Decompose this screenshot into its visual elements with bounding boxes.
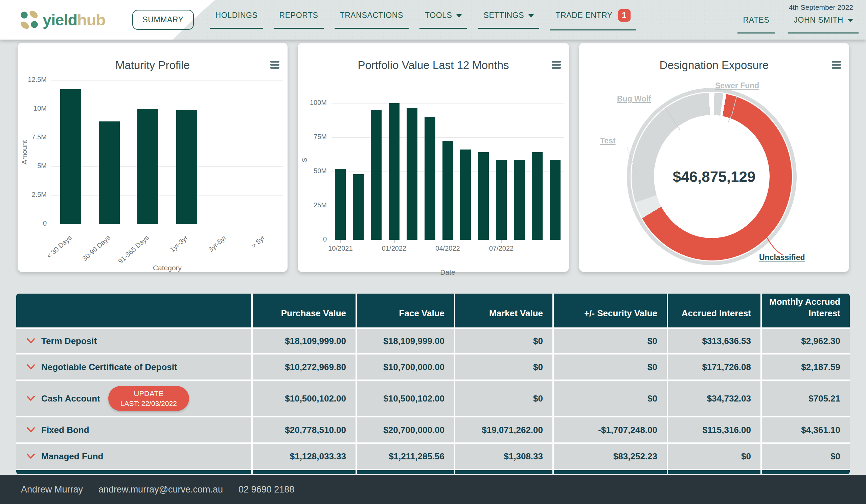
- x-axis-title: Date: [332, 268, 564, 276]
- table-value-cell: $1,128,033.33: [253, 444, 356, 469]
- gridline: [332, 137, 564, 138]
- expand-row-chevron-icon[interactable]: [26, 395, 35, 402]
- plot-top-gridline: [332, 80, 564, 80]
- gridline: [52, 80, 283, 80]
- app-logo[interactable]: yieldhub: [20, 10, 105, 30]
- nav-item-holdings[interactable]: HOLDINGS: [215, 11, 258, 29]
- footer-contact-phone: 02 9690 2188: [238, 484, 294, 495]
- notification-badge: 1: [618, 9, 631, 22]
- table-value-cell: $0: [455, 381, 552, 416]
- nav-item-label: HOLDINGS: [215, 11, 258, 20]
- nav-item-label: JOHN SMITH: [793, 15, 843, 25]
- maturity-profile-card: Maturity Profile 02.5M5M7.5M10M12.5M< 30…: [18, 43, 288, 272]
- y-axis-title: Amount: [20, 140, 29, 164]
- nav-item-rates[interactable]: RATES: [743, 15, 769, 33]
- expand-row-chevron-icon[interactable]: [26, 427, 35, 433]
- x-axis-tick-label: 07/2022: [478, 245, 525, 252]
- table-value-cell: $1,308.33: [455, 444, 552, 469]
- table-value-cell: $115,316.00: [668, 417, 760, 443]
- donut-label-sewer-fund[interactable]: Sewer Fund: [715, 81, 759, 90]
- bar[interactable]: [335, 169, 346, 240]
- chart-context-menu-icon[interactable]: [270, 61, 279, 70]
- nav-item-reports[interactable]: REPORTS: [279, 11, 318, 29]
- gridline: [332, 103, 564, 103]
- nav-item-transactions[interactable]: TRANSACTIONS: [340, 11, 403, 29]
- table-row-label-cell[interactable]: Term Deposit: [16, 329, 251, 353]
- table-value-cell: $1,211,285.56: [357, 444, 454, 469]
- row-label: Fixed Bond: [41, 425, 89, 435]
- table-value-cell: $0: [554, 355, 667, 380]
- y-axis-title: $: [300, 158, 309, 162]
- donut-label-unclassified[interactable]: Unclassified: [759, 253, 805, 262]
- chart-context-menu-icon[interactable]: [832, 61, 841, 70]
- page-footer: Andrew Murray andrew.murray@curve.com.au…: [0, 475, 866, 504]
- chart-context-menu-icon[interactable]: [552, 61, 561, 70]
- table-value-cell: $0: [455, 329, 552, 353]
- bar[interactable]: [460, 149, 471, 240]
- bar[interactable]: [550, 160, 560, 240]
- donut-label-test[interactable]: Test: [600, 136, 616, 145]
- chevron-down-icon: [848, 19, 853, 22]
- chevron-down-icon: [456, 14, 462, 18]
- update-button[interactable]: UPDATELAST: 22/03/2022: [108, 386, 189, 411]
- footer-contact-email[interactable]: andrew.murray@curve.com.au: [98, 484, 223, 495]
- bar[interactable]: [514, 160, 525, 240]
- table-totals-row-cell: [455, 470, 552, 474]
- table-value-cell: $10,500,102.00: [357, 381, 454, 416]
- bar[interactable]: [478, 152, 489, 240]
- nav-item-label: TRANSACTIONS: [340, 11, 403, 20]
- table-header-cell-purchase-value: Purchase Value: [253, 294, 356, 327]
- table-value-cell: $0: [554, 329, 667, 353]
- current-date-label: 4th September 2022: [743, 3, 853, 11]
- table-value-cell: $20,700,000.00: [357, 417, 454, 443]
- bar[interactable]: [176, 110, 197, 224]
- table-row-label-cell[interactable]: Negotiable Certificate of Deposit: [16, 355, 251, 380]
- portfolio-value-card: Portfolio Value Last 12 Months 025M50M75…: [298, 43, 569, 272]
- nav-item-trade-entry[interactable]: TRADE ENTRY1: [555, 9, 630, 31]
- row-label: Managed Fund: [41, 451, 103, 462]
- table-totals-row-cell: [253, 470, 356, 474]
- bar[interactable]: [371, 110, 381, 240]
- table-value-cell: $10,700,000.00: [357, 355, 454, 380]
- table-value-cell: $83,252.23: [554, 444, 667, 469]
- bar[interactable]: [424, 117, 435, 240]
- expand-row-chevron-icon[interactable]: [26, 338, 35, 344]
- update-button-line2: LAST: 22/03/2022: [120, 400, 177, 407]
- logo-text-primary: yield: [43, 11, 77, 29]
- expand-row-chevron-icon[interactable]: [26, 364, 35, 370]
- table-value-cell: $4,361.10: [762, 417, 850, 443]
- table-value-cell: $313,636.53: [668, 329, 760, 353]
- bar[interactable]: [137, 109, 158, 224]
- table-value-cell: $0: [668, 444, 760, 469]
- gridline: [52, 109, 283, 109]
- bar[interactable]: [407, 108, 418, 240]
- donut-label-bug-wolf[interactable]: Bug Wolf: [617, 94, 651, 103]
- bar[interactable]: [60, 89, 81, 224]
- table-value-cell: $0: [554, 381, 667, 416]
- y-axis-tick-label: 12.5M: [18, 76, 47, 83]
- nav-item-summary[interactable]: SUMMARY: [132, 10, 193, 30]
- expand-row-chevron-icon[interactable]: [26, 453, 35, 459]
- table-value-cell: $2,962.30: [762, 329, 850, 353]
- table-row-label-cell[interactable]: Fixed Bond: [16, 417, 251, 443]
- nav-item-label: RATES: [743, 15, 769, 25]
- gridline: [52, 195, 283, 195]
- table-value-cell: $19,071,262.00: [455, 417, 552, 443]
- bar[interactable]: [353, 174, 364, 240]
- bar[interactable]: [443, 141, 453, 240]
- table-totals-row-cell: [762, 470, 850, 474]
- nav-item-john-smith[interactable]: JOHN SMITH: [793, 15, 853, 33]
- bar[interactable]: [532, 152, 543, 240]
- top-navbar: yieldhub SUMMARYHOLDINGSREPORTSTRANSACTI…: [0, 0, 866, 40]
- table-row-label-cell[interactable]: Cash AccountUPDATELAST: 22/03/2022: [16, 381, 251, 416]
- table-value-cell: $2,187.59: [762, 355, 850, 380]
- logo-text: yieldhub: [43, 11, 105, 29]
- bar[interactable]: [99, 121, 120, 224]
- nav-item-tools[interactable]: TOOLS: [425, 11, 462, 29]
- bar[interactable]: [496, 160, 507, 240]
- row-label: Cash Account: [41, 393, 100, 404]
- y-axis-tick-label: 10M: [18, 104, 47, 112]
- bar[interactable]: [389, 103, 400, 240]
- nav-item-settings[interactable]: SETTINGS: [484, 11, 534, 29]
- table-row-label-cell[interactable]: Managed Fund: [16, 444, 251, 469]
